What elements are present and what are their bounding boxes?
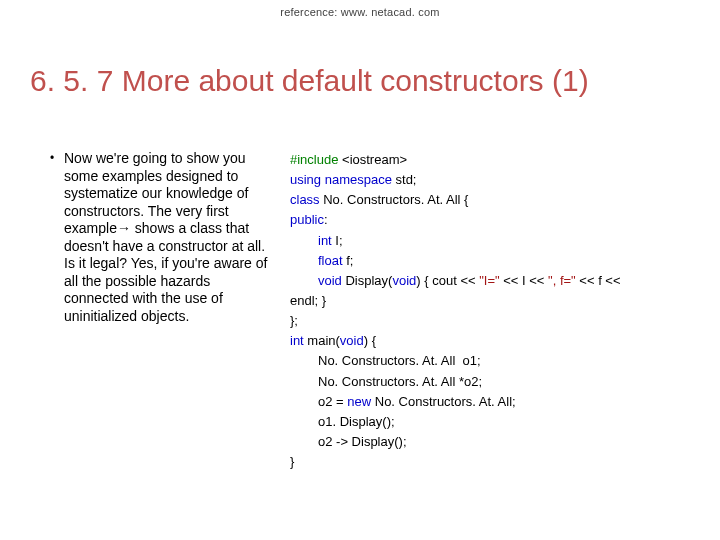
code-token: new (347, 394, 374, 409)
code-token: "I=" (479, 273, 499, 288)
code-token: <iostream> (342, 152, 407, 167)
code-line: o2 = new No. Constructors. At. All; (290, 392, 690, 412)
code-token: << f << (576, 273, 621, 288)
code-token: ) { cout << (416, 273, 479, 288)
code-token: Display( (345, 273, 392, 288)
code-line: }; (290, 311, 690, 331)
left-column: • Now we're going to show you some examp… (50, 150, 270, 472)
code-token: float (318, 253, 346, 268)
code-token: o2 = (318, 394, 347, 409)
slide-title: 6. 5. 7 More about default constructors … (30, 64, 690, 98)
code-block: #include <iostream> using namespace std;… (270, 150, 690, 472)
code-token: void (392, 273, 416, 288)
code-line: No. Constructors. At. All *o2; (290, 372, 690, 392)
code-line: endl; } (290, 291, 690, 311)
code-token: << I << (500, 273, 548, 288)
code-token: : (324, 212, 328, 227)
code-line: void Display(void) { cout << "I=" << I <… (290, 271, 690, 291)
code-token: int (318, 233, 335, 248)
code-token: ", f=" (548, 273, 576, 288)
code-token: No. Constructors. At. All *o2; (318, 374, 482, 389)
bullet-text: Now we're going to show you some example… (64, 150, 270, 325)
code-token: I; (335, 233, 342, 248)
code-token: class (290, 192, 323, 207)
bullet-marker: • (50, 150, 64, 325)
code-token: o1. Display(); (318, 414, 395, 429)
code-token: using namespace (290, 172, 396, 187)
code-token: }; (290, 313, 298, 328)
code-token: No. Constructors. At. All; (375, 394, 516, 409)
code-line: float f; (290, 251, 690, 271)
code-line: No. Constructors. At. All o1; (290, 351, 690, 371)
code-line: class No. Constructors. At. All { (290, 190, 690, 210)
code-token: void (318, 273, 345, 288)
code-line: using namespace std; (290, 170, 690, 190)
paragraph-lead: Now we're going to (64, 150, 183, 166)
code-line: o1. Display(); (290, 412, 690, 432)
code-line: o2 -> Display(); (290, 432, 690, 452)
code-line: } (290, 452, 690, 472)
code-token: f; (346, 253, 353, 268)
code-token: main( (307, 333, 340, 348)
code-token: std; (396, 172, 417, 187)
code-line: int main(void) { (290, 331, 690, 351)
slide-body: • Now we're going to show you some examp… (50, 150, 690, 472)
code-token: o2 -> Display(); (318, 434, 407, 449)
code-token: ) { (364, 333, 376, 348)
code-line: public: (290, 210, 690, 230)
code-token: void (340, 333, 364, 348)
reference-text: refercence: www. netacad. com (0, 6, 720, 18)
code-line: int I; (290, 231, 690, 251)
code-token: endl; } (290, 293, 326, 308)
code-token: No. Constructors. At. All { (323, 192, 468, 207)
code-token: No. Constructors. At. All o1; (318, 353, 481, 368)
code-line: #include <iostream> (290, 150, 690, 170)
code-token: public (290, 212, 324, 227)
code-token: } (290, 454, 294, 469)
paragraph-rest: show you some examples designed to syste… (64, 150, 267, 324)
code-token: #include (290, 152, 342, 167)
code-token: int (290, 333, 307, 348)
bullet-item: • Now we're going to show you some examp… (50, 150, 270, 325)
